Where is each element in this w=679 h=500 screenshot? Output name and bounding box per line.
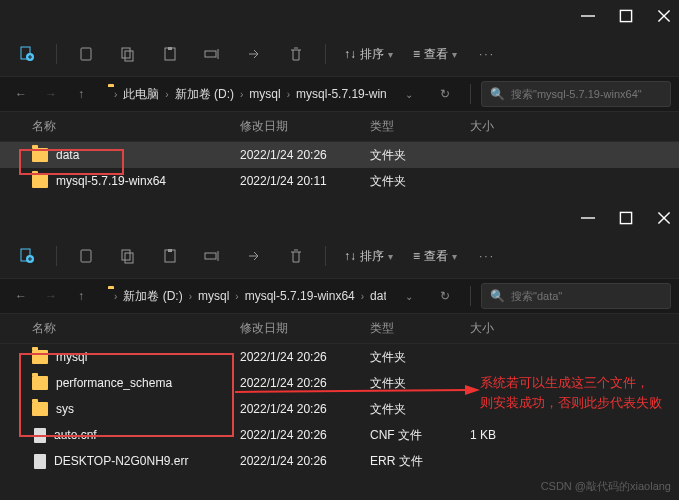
svg-rect-25 (125, 253, 133, 263)
folder-icon (32, 350, 48, 364)
col-date[interactable]: 修改日期 (240, 118, 370, 135)
minimize-button[interactable] (581, 211, 595, 225)
table-row[interactable]: mysql 2022/1/24 20:26文件夹 (0, 344, 679, 370)
cut-button[interactable] (69, 240, 103, 272)
column-headers: 名称 修改日期 类型 大小 (0, 314, 679, 344)
table-row[interactable]: data 2022/1/24 20:26 文件夹 (0, 142, 679, 168)
table-row[interactable]: auto.cnf 2022/1/24 20:26CNF 文件1 KB (0, 422, 679, 448)
more-button[interactable]: ··· (471, 47, 503, 61)
rename-button[interactable] (195, 240, 229, 272)
back-button[interactable]: ← (6, 79, 36, 109)
folder-icon (32, 148, 48, 162)
view-dropdown[interactable]: ≡查看▾ (407, 240, 463, 272)
svg-rect-23 (81, 250, 91, 262)
folder-icon (32, 376, 48, 390)
cut-button[interactable] (69, 38, 103, 70)
titlebar (0, 202, 679, 234)
copy-button[interactable] (111, 240, 145, 272)
toolbar: ↑↓排序▾ ≡查看▾ ··· (0, 234, 679, 278)
col-size[interactable]: 大小 (470, 320, 560, 337)
sort-dropdown[interactable]: ↑↓排序▾ (338, 38, 399, 70)
column-headers: 名称 修改日期 类型 大小 (0, 112, 679, 142)
dropdown-icon[interactable]: ⌄ (394, 79, 424, 109)
svg-rect-12 (168, 47, 172, 50)
sort-dropdown[interactable]: ↑↓排序▾ (338, 240, 399, 272)
col-name[interactable]: 名称 (20, 320, 240, 337)
svg-rect-8 (81, 48, 91, 60)
share-button[interactable] (237, 240, 271, 272)
svg-rect-16 (620, 212, 631, 223)
col-date[interactable]: 修改日期 (240, 320, 370, 337)
explorer-window-1: ↑↓排序▾ ≡查看▾ ··· ← → ↑ › 此电脑› 新加卷 (D:)› my… (0, 0, 679, 202)
search-input[interactable]: 🔍 (481, 81, 671, 107)
delete-button[interactable] (279, 38, 313, 70)
new-item-button[interactable] (10, 240, 44, 272)
col-size[interactable]: 大小 (470, 118, 560, 135)
explorer-window-2: ↑↓排序▾ ≡查看▾ ··· ← → ↑ › 新加卷 (D:)› mysql› … (0, 202, 679, 500)
col-name[interactable]: 名称 (20, 118, 240, 135)
col-type[interactable]: 类型 (370, 118, 470, 135)
svg-rect-28 (205, 253, 216, 259)
folder-icon (32, 174, 48, 188)
file-icon (34, 454, 46, 469)
table-row[interactable]: DESKTOP-N2G0NH9.err 2022/1/24 20:26ERR 文… (0, 448, 679, 474)
svg-rect-24 (122, 250, 130, 260)
view-dropdown[interactable]: ≡查看▾ (407, 38, 463, 70)
col-type[interactable]: 类型 (370, 320, 470, 337)
paste-button[interactable] (153, 240, 187, 272)
titlebar (0, 0, 679, 32)
dropdown-icon[interactable]: ⌄ (394, 281, 424, 311)
address-bar: ← → ↑ › 新加卷 (D:)› mysql› mysql-5.7.19-wi… (0, 278, 679, 314)
watermark: CSDN @敲代码的xiaolang (541, 479, 671, 494)
svg-rect-27 (168, 249, 172, 252)
breadcrumb[interactable]: › 新加卷 (D:)› mysql› mysql-5.7.19-winx64› … (102, 283, 386, 309)
more-button[interactable]: ··· (471, 249, 503, 263)
search-icon: 🔍 (490, 87, 505, 101)
svg-rect-1 (620, 10, 631, 21)
delete-button[interactable] (279, 240, 313, 272)
svg-rect-10 (125, 51, 133, 61)
maximize-button[interactable] (619, 9, 633, 23)
up-button[interactable]: ↑ (66, 281, 96, 311)
close-button[interactable] (657, 9, 671, 23)
up-button[interactable]: ↑ (66, 79, 96, 109)
svg-rect-9 (122, 48, 130, 58)
search-input[interactable]: 🔍 (481, 283, 671, 309)
new-item-button[interactable] (10, 38, 44, 70)
annotation-text: 系统若可以生成这三个文件，则安装成功，否则此步代表失败 (480, 373, 662, 412)
forward-button[interactable]: → (36, 79, 66, 109)
refresh-button[interactable]: ↻ (430, 281, 460, 311)
forward-button[interactable]: → (36, 281, 66, 311)
refresh-button[interactable]: ↻ (430, 79, 460, 109)
folder-icon (32, 402, 48, 416)
paste-button[interactable] (153, 38, 187, 70)
back-button[interactable]: ← (6, 281, 36, 311)
svg-rect-13 (205, 51, 216, 57)
table-row[interactable]: mysql-5.7.19-winx64 2022/1/24 20:11 文件夹 (0, 168, 679, 194)
rename-button[interactable] (195, 38, 229, 70)
address-bar: ← → ↑ › 此电脑› 新加卷 (D:)› mysql› mysql-5.7.… (0, 76, 679, 112)
breadcrumb[interactable]: › 此电脑› 新加卷 (D:)› mysql› mysql-5.7.19-win… (102, 81, 386, 107)
copy-button[interactable] (111, 38, 145, 70)
close-button[interactable] (657, 211, 671, 225)
toolbar: ↑↓排序▾ ≡查看▾ ··· (0, 32, 679, 76)
search-icon: 🔍 (490, 289, 505, 303)
maximize-button[interactable] (619, 211, 633, 225)
file-icon (34, 428, 46, 443)
share-button[interactable] (237, 38, 271, 70)
minimize-button[interactable] (581, 9, 595, 23)
